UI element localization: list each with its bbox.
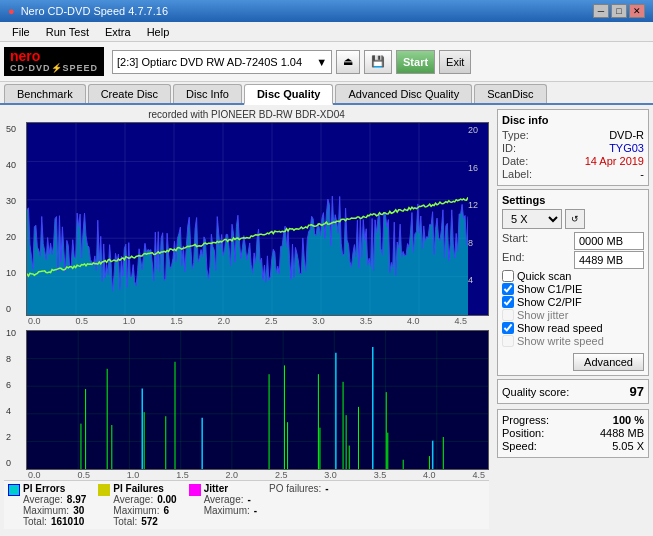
show-jitter-checkbox — [502, 309, 514, 321]
type-row: Type: DVD-R — [502, 129, 644, 141]
jitter-stats: Jitter Average:- Maximum:- — [204, 483, 257, 516]
tab-disc-quality[interactable]: Disc Quality — [244, 84, 334, 105]
close-button[interactable]: ✕ — [629, 4, 645, 18]
y-label-40: 40 — [6, 160, 24, 170]
pi-failures-color — [98, 484, 110, 496]
date-row: Date: 14 Apr 2019 — [502, 155, 644, 167]
bottom-chart-canvas — [27, 331, 488, 469]
top-chart-canvas — [27, 123, 468, 315]
y-label-b4: 4 — [6, 406, 24, 416]
jitter-color — [189, 484, 201, 496]
pi-errors-color — [8, 484, 20, 496]
minimize-button[interactable]: ─ — [593, 4, 609, 18]
bottom-xaxis: 0.00.51.01.52.02.53.03.54.04.5 — [4, 470, 489, 480]
quality-section: Quality score: 97 — [497, 379, 649, 404]
quality-row: Quality score: 97 — [502, 384, 644, 399]
show-c2pif-checkbox[interactable] — [502, 296, 514, 308]
quick-scan-checkbox[interactable] — [502, 270, 514, 282]
y-label-50: 50 — [6, 124, 24, 134]
tab-advanced-disc-quality[interactable]: Advanced Disc Quality — [335, 84, 472, 103]
y-label-b0: 0 — [6, 458, 24, 468]
drive-selector[interactable]: [2:3] Optiarc DVD RW AD-7240S 1.04 ▼ — [112, 50, 332, 74]
show-write-speed-row: Show write speed — [502, 335, 644, 347]
show-c1pie-checkbox[interactable] — [502, 283, 514, 295]
position-row: Position: 4488 MB — [502, 427, 644, 439]
progress-row: Progress: 100 % — [502, 414, 644, 426]
y-label-b8: 8 — [6, 354, 24, 364]
main-content: recorded with PIONEER BD-RW BDR-XD04 50 … — [0, 105, 653, 533]
settings-title: Settings — [502, 194, 644, 206]
tab-disc-info[interactable]: Disc Info — [173, 84, 242, 103]
speed-value: 5.05 X — [612, 440, 644, 452]
disc-info-title: Disc info — [502, 114, 644, 126]
legend-area: PI Errors Average:8.97 Maximum:30 Total:… — [4, 480, 489, 529]
menu-bar: File Run Test Extra Help — [0, 22, 653, 42]
legend-pi-failures: PI Failures Average:0.00 Maximum:6 Total… — [98, 483, 176, 527]
y-label-b10: 10 — [6, 328, 24, 338]
menu-extra[interactable]: Extra — [97, 24, 139, 40]
speed-select[interactable]: 5 X4 X8 XMax — [502, 209, 562, 229]
end-row: End: — [502, 251, 644, 269]
show-c2pif-row: Show C2/PIF — [502, 296, 644, 308]
label-row: Label: - — [502, 168, 644, 180]
menu-run-test[interactable]: Run Test — [38, 24, 97, 40]
disc-info-section: Disc info Type: DVD-R ID: TYG03 Date: 14… — [497, 109, 649, 186]
quick-scan-row: Quick scan — [502, 270, 644, 282]
bottom-chart — [26, 330, 489, 470]
quality-score-value: 97 — [630, 384, 644, 399]
pi-failures-stats: PI Failures Average:0.00 Maximum:6 Total… — [113, 483, 176, 527]
start-row: Start: — [502, 232, 644, 250]
eject-button[interactable]: ⏏ — [336, 50, 360, 74]
window-controls: ─ □ ✕ — [593, 4, 645, 18]
y-label-30: 30 — [6, 196, 24, 206]
menu-file[interactable]: File — [4, 24, 38, 40]
tab-benchmark[interactable]: Benchmark — [4, 84, 86, 103]
show-c1pie-row: Show C1/PIE — [502, 283, 644, 295]
speed-row-prog: Speed: 5.05 X — [502, 440, 644, 452]
tab-scandisc[interactable]: ScanDisc — [474, 84, 546, 103]
show-jitter-row: Show jitter — [502, 309, 644, 321]
legend-pi-errors: PI Errors Average:8.97 Maximum:30 Total:… — [8, 483, 86, 527]
legend-po-failures: PO failures:- — [269, 483, 329, 527]
nero-logo: nero CD·DVD⚡SPEED — [4, 47, 104, 76]
tab-create-disc[interactable]: Create Disc — [88, 84, 171, 103]
y-label-b2: 2 — [6, 432, 24, 442]
app-icon: ● — [8, 5, 15, 17]
tab-bar: Benchmark Create Disc Disc Info Disc Qua… — [0, 82, 653, 105]
y-label-10: 10 — [6, 268, 24, 278]
position-value: 4488 MB — [600, 427, 644, 439]
settings-section: Settings 5 X4 X8 XMax ↺ Start: End: Quic… — [497, 189, 649, 376]
show-read-speed-row: Show read speed — [502, 322, 644, 334]
start-input[interactable] — [574, 232, 644, 250]
app-title: Nero CD-DVD Speed 4.7.7.16 — [21, 5, 168, 17]
chart-area: recorded with PIONEER BD-RW BDR-XD04 50 … — [0, 105, 493, 533]
y-label-0: 0 — [6, 304, 24, 314]
refresh-button[interactable]: ↺ — [565, 209, 585, 229]
maximize-button[interactable]: □ — [611, 4, 627, 18]
toolbar: nero CD·DVD⚡SPEED [2:3] Optiarc DVD RW A… — [0, 42, 653, 82]
right-yaxis: 20161284 — [468, 123, 488, 315]
advanced-button[interactable]: Advanced — [573, 353, 644, 371]
speed-row: 5 X4 X8 XMax ↺ — [502, 209, 644, 229]
progress-section: Progress: 100 % Position: 4488 MB Speed:… — [497, 409, 649, 458]
progress-value: 100 % — [613, 414, 644, 426]
y-label-b6: 6 — [6, 380, 24, 390]
show-write-speed-checkbox — [502, 335, 514, 347]
menu-help[interactable]: Help — [139, 24, 178, 40]
exit-button[interactable]: Exit — [439, 50, 471, 74]
pi-errors-stats: PI Errors Average:8.97 Maximum:30 Total:… — [23, 483, 86, 527]
start-button[interactable]: Start — [396, 50, 435, 74]
sidebar: Disc info Type: DVD-R ID: TYG03 Date: 14… — [493, 105, 653, 533]
id-row: ID: TYG03 — [502, 142, 644, 154]
y-label-20: 20 — [6, 232, 24, 242]
title-bar: ● Nero CD-DVD Speed 4.7.7.16 ─ □ ✕ — [0, 0, 653, 22]
legend-jitter: Jitter Average:- Maximum:- — [189, 483, 257, 527]
chart-title: recorded with PIONEER BD-RW BDR-XD04 — [4, 109, 489, 120]
show-read-speed-checkbox[interactable] — [502, 322, 514, 334]
end-input[interactable] — [574, 251, 644, 269]
po-failures-stats: PO failures:- — [269, 483, 329, 494]
top-chart: 20161284 — [26, 122, 489, 316]
save-button[interactable]: 💾 — [364, 50, 392, 74]
top-xaxis: 0.00.51.01.52.02.53.03.54.04.5 — [4, 316, 489, 326]
